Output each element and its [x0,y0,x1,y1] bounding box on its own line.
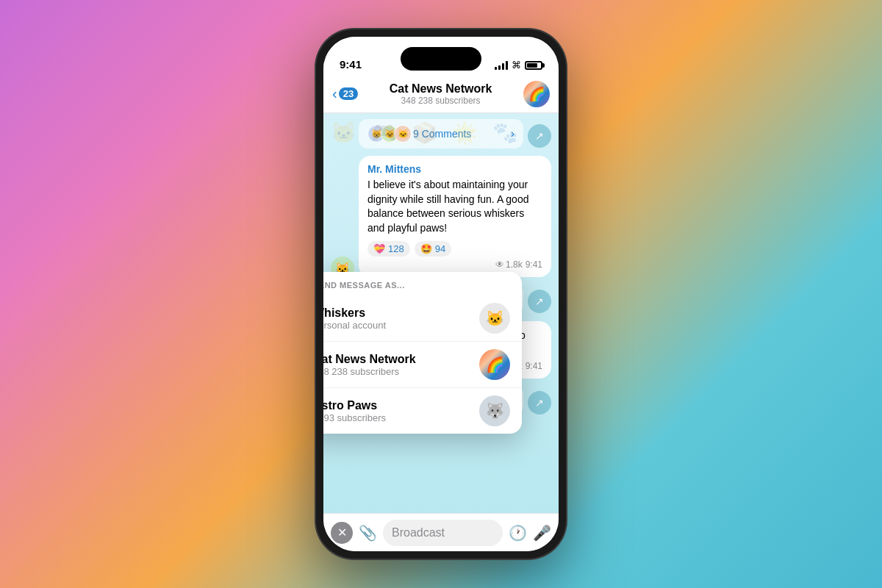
popup-item-cat-news[interactable]: Cat News Network 348 238 subscribers 🌈 [323,342,522,388]
reaction-count-2: 94 [435,243,445,254]
reaction-star-1[interactable]: 🤩 94 [415,241,451,257]
message-author-1: Mr. Mittens [368,163,542,175]
reactions-1: 💝 128 🤩 94 [368,241,542,257]
message-text-1: I believe it's about maintaining your di… [368,178,542,235]
emoji-button[interactable]: 🕐 [509,524,527,542]
popup-item-name-2: Cat News Network [323,353,470,366]
message-time-1: 9:41 [526,259,542,270]
popup-avatar-3: 🐺 [479,395,510,426]
comments-count-1: 9 Comments [413,128,511,140]
status-icons: ⌘ [495,60,542,71]
popup-header: SEND MESSAGE AS... [323,272,522,295]
channel-avatar[interactable]: 🌈 [523,81,550,107]
popup-item-info-3: Astro Paws 5493 subscribers [323,399,470,423]
message-meta-1: 👁 1.8k 9:41 [368,259,542,270]
reaction-count-1: 128 [388,243,404,254]
back-badge: 23 [339,87,358,100]
input-placeholder: Broadcast [392,526,445,539]
reaction-heart-1[interactable]: 💝 128 [368,241,410,257]
cancel-icon: ✕ [337,526,347,539]
dynamic-island [401,47,481,71]
signal-icon [495,61,508,70]
phone-container: 9:41 ⌘ ‹ 23 Cat News Netwo [316,29,566,559]
popup-item-whiskers[interactable]: Whiskers personal account 🐱 [323,295,522,342]
cancel-button[interactable]: ✕ [331,522,353,544]
input-bar: ✕ 📎 Broadcast 🕐 🎤 [323,513,559,551]
message-input[interactable]: Broadcast [383,520,503,546]
message-time-2: 9:41 [526,361,542,371]
share-button-2[interactable]: ↗ [528,290,551,313]
popup-item-info-2: Cat News Network 348 238 subscribers [323,353,470,377]
nav-bar: ‹ 23 Cat News Network 348 238 subscriber… [323,75,559,113]
send-as-popup: SEND MESSAGE AS... Whiskers personal acc… [323,272,522,434]
attach-button[interactable]: 📎 [359,524,377,542]
comments-chevron-1: › [511,127,514,140]
back-chevron-icon: ‹ [332,85,337,102]
popup-item-name-3: Astro Paws [323,399,470,412]
back-button[interactable]: ‹ 23 [332,85,358,102]
share-button-3[interactable]: ↗ [528,391,551,415]
wifi-icon: ⌘ [512,60,521,71]
comment-avatars-1: 😸 😺 🐱 [368,125,407,143]
channel-subtitle: 348 238 subscribers [358,96,523,106]
eye-icon: 👁 [495,259,504,270]
nav-center: Cat News Network 348 238 subscribers [358,82,523,106]
battery-icon [525,61,542,70]
popup-item-info-1: Whiskers personal account [323,306,470,331]
popup-avatar-2: 🌈 [479,349,510,380]
message-bubble-1: Mr. Mittens I believe it's about maintai… [359,156,551,277]
popup-item-astro-paws[interactable]: Astro Paws 5493 subscribers 🐺 [323,388,522,434]
message-views-1: 👁 1.8k [495,259,523,270]
popup-avatar-1: 🐱 [479,303,510,334]
mic-button[interactable]: 🎤 [533,524,551,542]
share-button-1[interactable]: ↗ [528,124,551,148]
reaction-emoji-1: 💝 [373,243,385,254]
reaction-emoji-2: 🤩 [420,243,432,254]
status-time: 9:41 [340,58,362,71]
popup-item-desc-3: 5493 subscribers [323,412,470,423]
popup-item-desc-1: personal account [323,320,470,331]
message-row-1: 🐱 😸 😺 🐱 9 Comments › [331,119,551,280]
popup-item-name-1: Whiskers [323,306,470,320]
channel-title: Cat News Network [358,82,523,96]
phone-screen: 9:41 ⌘ ‹ 23 Cat News Netwo [323,37,559,551]
popup-item-desc-2: 348 238 subscribers [323,366,470,377]
comments-row-1[interactable]: 😸 😺 🐱 9 Comments › [359,119,523,148]
